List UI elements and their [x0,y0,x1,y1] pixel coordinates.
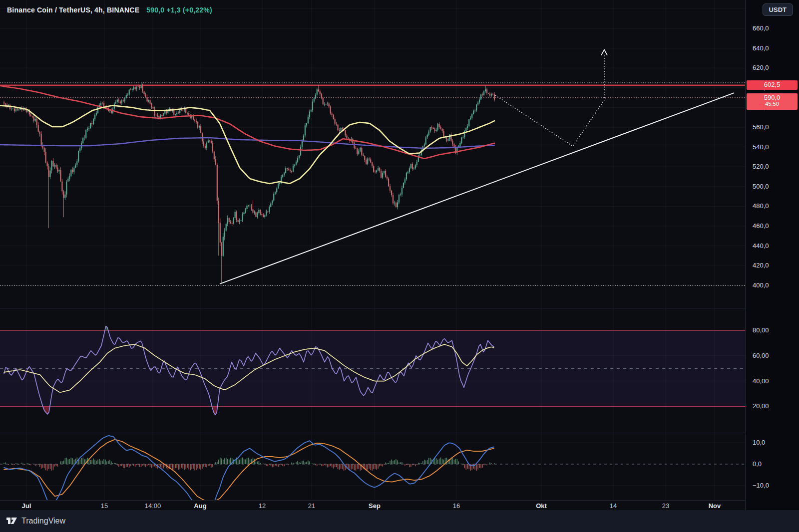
currency-toggle-button[interactable]: USDT [763,3,793,16]
price-tick-label: 440,0 [753,242,769,250]
alert-price-label[interactable]: 602,5 [747,80,798,90]
price-axis[interactable]: 660,0640,0620,0600,0580,0560,0540,0520,0… [745,0,799,510]
price-tick-label: 400,0 [753,281,769,289]
footer-bar: TradingView [0,510,799,532]
trading-chart-app: Binance Coin / TetherUS, 4h, BINANCE 590… [0,0,799,532]
macd-tick-label: −10,0 [753,482,769,489]
rsi-tick-label: 60,00 [753,352,769,359]
symbol-quote: 590,0 +1,3 (+0,22%) [146,6,212,14]
price-tick-label: 520,0 [753,163,769,170]
time-tick-label-okt: Okt [536,502,547,510]
time-axis[interactable]: Jul1514:00Aug1221Sep16Okt1423Nov [0,500,745,511]
time-tick-label-aug: Aug [194,502,206,510]
price-pane[interactable] [0,0,745,308]
time-tick-label-14: 14 [610,502,617,510]
price-tick-label: 420,0 [753,262,769,269]
price-tick-label: 640,0 [753,44,769,52]
time-tick-label-16: 16 [453,502,460,510]
time-tick-label-jul: Jul [22,502,31,510]
time-tick-label-23: 23 [662,502,669,510]
time-tick-label-15: 15 [101,502,108,510]
time-tick-label-nov: Nov [709,502,721,510]
rsi-pane[interactable] [0,308,745,433]
alert-price-text: 602,5 [747,80,798,89]
pane-separator-1[interactable] [0,308,799,308]
price-tick-label: 500,0 [753,183,769,190]
bar-countdown: 45:50 [747,101,798,107]
rsi-tick-label: 80,00 [753,326,769,334]
macd-tick-label: 0,0 [753,460,762,468]
time-tick-label-21: 21 [308,502,315,510]
macd-tick-label: 10,0 [753,439,765,446]
price-tick-label: 660,0 [753,24,769,32]
time-tick-label-1400: 14:00 [145,502,161,510]
rsi-tick-label: 20,00 [753,402,769,410]
pane-separator-2[interactable] [0,433,799,433]
time-tick-label-12: 12 [259,502,266,510]
price-tick-label: 540,0 [753,143,769,151]
price-tick-label: 620,0 [753,64,769,71]
tradingview-logo-icon[interactable] [6,516,17,526]
symbol-title[interactable]: Binance Coin / TetherUS, 4h, BINANCE [7,6,139,14]
price-tick-label: 460,0 [753,222,769,230]
last-price-label[interactable]: 590,045:50 [747,93,798,110]
brand-text[interactable]: TradingView [21,517,65,526]
price-tick-label: 480,0 [753,202,769,210]
symbol-header: Binance Coin / TetherUS, 4h, BINANCE 590… [7,6,212,14]
time-tick-label-sep: Sep [369,502,381,510]
macd-pane[interactable] [0,433,745,500]
rsi-tick-label: 40,00 [753,377,769,385]
price-tick-label: 560,0 [753,123,769,131]
